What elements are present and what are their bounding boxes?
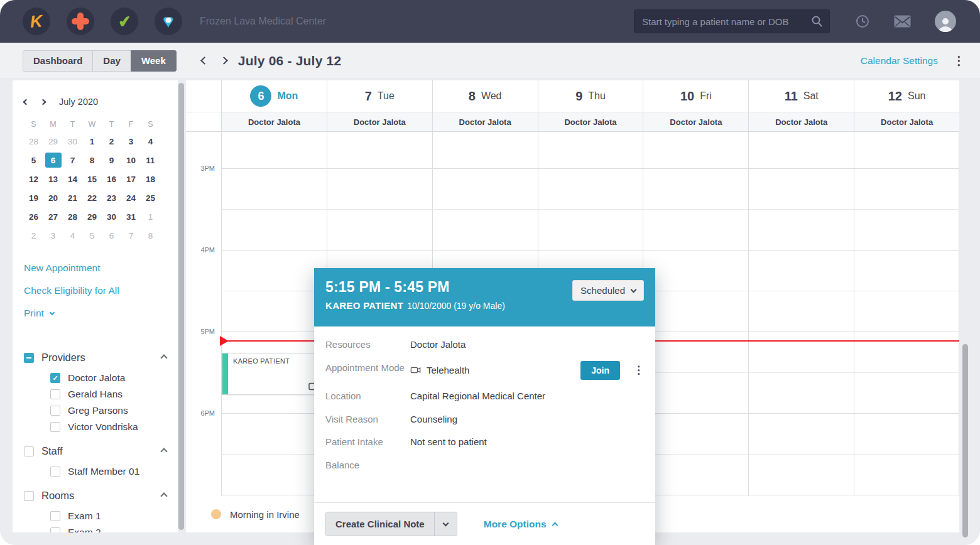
- minical-day[interactable]: 12: [24, 170, 43, 188]
- day-header-sat[interactable]: 11Sat: [748, 80, 854, 112]
- checkbox-greg-parsons[interactable]: [50, 406, 60, 416]
- checkbox-exam-1[interactable]: [50, 511, 60, 521]
- minical-day[interactable]: 11: [141, 151, 160, 170]
- sidebar-link-new-appointment[interactable]: New Appointment: [24, 262, 166, 274]
- day-header-wed[interactable]: 8Wed: [432, 80, 538, 112]
- minical-day[interactable]: 4: [63, 226, 82, 245]
- more-options-link[interactable]: More Options: [484, 519, 557, 530]
- toolbar-kebab-icon[interactable]: ⋮: [953, 55, 965, 67]
- minical-day[interactable]: 9: [102, 151, 121, 170]
- minical-day[interactable]: 8: [82, 151, 102, 170]
- minical-day[interactable]: 19: [24, 188, 43, 207]
- minical-day[interactable]: 6: [102, 226, 121, 245]
- checkbox-staff-member-01[interactable]: [50, 467, 60, 477]
- minical-day[interactable]: 27: [43, 207, 63, 226]
- medical-cross-icon[interactable]: [67, 8, 94, 35]
- view-button-day[interactable]: Day: [92, 50, 131, 72]
- calendar-settings-link[interactable]: Calendar Settings: [861, 55, 938, 67]
- minical-day[interactable]: 7: [121, 226, 141, 245]
- item-doctor-jalota[interactable]: ✓Doctor Jalota: [24, 370, 166, 386]
- minical-day[interactable]: 2: [24, 226, 43, 245]
- item-gerald-hans[interactable]: Gerald Hans: [24, 386, 166, 402]
- minical-day[interactable]: 7: [63, 151, 82, 170]
- minical-day[interactable]: 29: [43, 132, 63, 151]
- minical-day[interactable]: 1: [141, 207, 160, 226]
- minical-next-icon[interactable]: [40, 99, 46, 105]
- minical-day[interactable]: 10: [121, 151, 141, 170]
- minical-day[interactable]: 31: [121, 207, 141, 226]
- checkbox-gerald-hans[interactable]: [50, 389, 60, 399]
- day-header-tue[interactable]: 7Tue: [327, 80, 432, 112]
- section-rooms[interactable]: Rooms: [24, 490, 166, 502]
- minical-day[interactable]: 17: [121, 170, 141, 188]
- minical-day[interactable]: 26: [24, 207, 43, 226]
- next-week-icon[interactable]: [220, 57, 228, 65]
- messages-icon[interactable]: [894, 15, 911, 28]
- minical-day[interactable]: 22: [82, 188, 102, 207]
- checkbox-doctor-jalota[interactable]: ✓: [50, 373, 60, 383]
- minical-day[interactable]: 3: [121, 132, 141, 151]
- account-avatar[interactable]: [935, 11, 956, 32]
- day-header-mon[interactable]: 6Mon: [221, 80, 327, 112]
- section-staff[interactable]: Staff: [24, 445, 166, 457]
- minical-day[interactable]: 29: [82, 207, 102, 226]
- create-note-dropdown[interactable]: [434, 512, 457, 536]
- minical-day[interactable]: 30: [102, 207, 121, 226]
- prev-week-icon[interactable]: [200, 57, 209, 65]
- minical-day[interactable]: 5: [82, 226, 102, 245]
- patient-search[interactable]: [634, 9, 830, 33]
- join-button[interactable]: Join: [580, 361, 620, 380]
- minical-day[interactable]: 4: [141, 132, 160, 151]
- item-greg-parsons[interactable]: Greg Parsons: [24, 402, 166, 419]
- row-kebab-icon[interactable]: ⋮: [633, 363, 644, 378]
- minical-day[interactable]: 1: [82, 132, 102, 151]
- minical-day[interactable]: 14: [63, 170, 82, 188]
- minical-day[interactable]: 3: [43, 226, 63, 245]
- sidebar-scrollbar[interactable]: [178, 83, 184, 530]
- checkbox-staff[interactable]: [24, 446, 34, 456]
- create-clinical-note-label[interactable]: Create Clinical Note: [326, 512, 434, 536]
- item-exam-2[interactable]: Exam 2: [24, 524, 166, 532]
- billing-check-icon[interactable]: ✔: [111, 8, 138, 35]
- sidebar-link-check-eligibility-for-all[interactable]: Check Eligibility for All: [24, 285, 166, 296]
- minical-day[interactable]: 25: [141, 188, 160, 207]
- item-staff-member-01[interactable]: Staff Member 01: [24, 463, 166, 480]
- sidebar-link-print[interactable]: Print: [24, 308, 166, 319]
- day-header-fri[interactable]: 10Fri: [643, 80, 748, 112]
- minical-day[interactable]: 8: [141, 226, 160, 245]
- minical-day[interactable]: 21: [63, 188, 82, 207]
- kareo-logo-icon[interactable]: K: [23, 8, 50, 35]
- day-header-sun[interactable]: 12Sun: [854, 80, 959, 112]
- minical-day[interactable]: 18: [141, 170, 160, 188]
- minical-day[interactable]: 2: [102, 132, 121, 151]
- calendar-scrollbar[interactable]: [962, 344, 968, 537]
- checkbox-exam-2[interactable]: [50, 527, 60, 532]
- view-button-dashboard[interactable]: Dashboard: [23, 50, 93, 72]
- minical-day[interactable]: 20: [43, 188, 63, 207]
- section-providers[interactable]: Providers: [24, 352, 166, 364]
- status-dropdown[interactable]: Scheduled: [572, 280, 644, 301]
- collapse-icon[interactable]: [160, 448, 167, 455]
- minical-day[interactable]: 28: [24, 132, 43, 151]
- minical-day[interactable]: 23: [102, 188, 121, 207]
- minical-day[interactable]: 5: [24, 151, 43, 170]
- create-clinical-note-button[interactable]: Create Clinical Note: [325, 512, 457, 536]
- collapse-icon[interactable]: [160, 492, 167, 499]
- minical-day[interactable]: 6: [43, 151, 63, 170]
- minical-day[interactable]: 13: [43, 170, 63, 188]
- view-button-week[interactable]: Week: [131, 50, 177, 72]
- collapse-icon[interactable]: [160, 354, 167, 361]
- patient-search-input[interactable]: [642, 16, 810, 27]
- minical-prev-icon[interactable]: [23, 99, 30, 105]
- checkbox-victor-vondriska[interactable]: [50, 422, 60, 432]
- minical-day[interactable]: 15: [82, 170, 102, 188]
- minical-day[interactable]: 30: [63, 132, 82, 151]
- item-victor-vondriska[interactable]: Victor Vondriska: [24, 419, 166, 435]
- day-header-thu[interactable]: 9Thu: [538, 80, 643, 112]
- patient-heart-icon[interactable]: ♥: [155, 8, 182, 35]
- minical-day[interactable]: 28: [63, 207, 82, 226]
- minical-day[interactable]: 16: [102, 170, 121, 188]
- search-icon[interactable]: [810, 15, 823, 28]
- appointment-block[interactable]: KAREO PATIENT: [222, 353, 325, 395]
- checkbox-providers[interactable]: [24, 353, 34, 363]
